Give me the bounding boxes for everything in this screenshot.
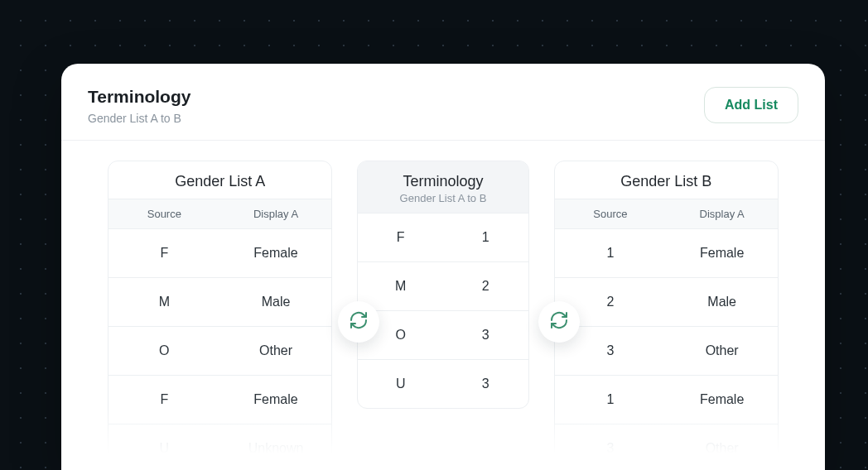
cell: Other: [220, 327, 332, 375]
cell: Female: [666, 229, 778, 277]
cell: F: [108, 229, 220, 277]
table-row: 3 Other: [555, 327, 778, 376]
table-row: 2 Male: [555, 278, 778, 327]
cell: Female: [220, 229, 332, 277]
cell: 1: [555, 229, 667, 277]
panel-t-title: Terminology: [358, 161, 528, 192]
add-list-button[interactable]: Add List: [704, 87, 798, 123]
table-row: O Other: [108, 327, 331, 376]
cell: 3: [555, 424, 667, 470]
cell: Other: [666, 424, 778, 470]
panel-b-column-header: Source Display A: [555, 199, 778, 229]
panel-gender-list-b: Gender List B Source Display A 1 Female …: [554, 161, 779, 470]
cell: U: [108, 424, 220, 470]
cell: 1: [555, 376, 667, 424]
sync-icon: [349, 310, 369, 333]
cell: M: [108, 278, 220, 326]
table-row: O 3: [358, 311, 528, 360]
cell: U: [358, 360, 443, 408]
panel-terminology-mapping: Terminology Gender List A to B F 1 M 2 O…: [357, 161, 528, 409]
panel-t-header-wrap: Terminology Gender List A to B: [358, 161, 528, 213]
table-row: F 1: [358, 213, 528, 262]
cell: 2: [443, 262, 528, 310]
table-row: U Unknown: [108, 424, 331, 470]
table-row: 1 Female: [555, 376, 778, 424]
panel-a-col2-label: Display A: [220, 199, 332, 228]
terminology-card: Terminology Gender List A to B Add List …: [61, 64, 825, 470]
card-body: Gender List A Source Display A F Female …: [61, 141, 825, 470]
panel-b-col2-label: Display A: [666, 199, 778, 228]
cell: Other: [666, 327, 778, 375]
table-row: 3 Other: [555, 424, 778, 470]
cell: Female: [666, 376, 778, 424]
cell: M: [358, 262, 443, 310]
panel-b-title: Gender List B: [555, 161, 778, 199]
panel-b-col1-label: Source: [555, 199, 667, 228]
card-header: Terminology Gender List A to B Add List: [61, 64, 825, 141]
cell: 1: [443, 213, 528, 261]
cell: Male: [220, 278, 332, 326]
table-row: 1 Female: [555, 229, 778, 278]
panel-a-column-header: Source Display A: [108, 199, 331, 229]
table-row: M Male: [108, 278, 331, 327]
panels-row: Gender List A Source Display A F Female …: [108, 161, 779, 470]
cell: 3: [443, 311, 528, 359]
cell: F: [108, 376, 220, 424]
sync-icon: [549, 310, 569, 333]
page-title: Terminology: [88, 87, 190, 107]
table-row: M 2: [358, 262, 528, 311]
table-row: F Female: [108, 376, 331, 424]
cell: Male: [666, 278, 778, 326]
cell: 3: [443, 360, 528, 408]
panel-a-title: Gender List A: [108, 161, 331, 199]
table-row: U 3: [358, 360, 528, 408]
cell: F: [358, 213, 443, 261]
panel-gender-list-a: Gender List A Source Display A F Female …: [108, 161, 332, 470]
cell: O: [108, 327, 220, 375]
table-row: F Female: [108, 229, 331, 278]
cell: Female: [220, 376, 332, 424]
sync-badge-left[interactable]: [338, 301, 379, 343]
panel-t-subtitle: Gender List A to B: [358, 192, 528, 204]
header-text-block: Terminology Gender List A to B: [88, 87, 190, 125]
panel-a-col1-label: Source: [108, 199, 220, 228]
page-subtitle: Gender List A to B: [88, 112, 190, 125]
cell: Unknown: [220, 424, 332, 470]
sync-badge-right[interactable]: [538, 301, 580, 343]
